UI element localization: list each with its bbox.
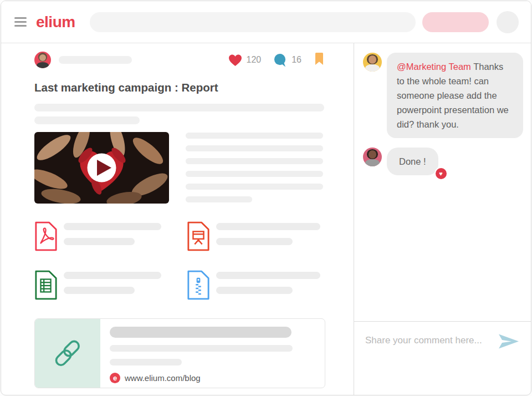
comment-bubble-icon: [273, 53, 287, 67]
commenter-avatar[interactable]: [363, 53, 382, 72]
link-url[interactable]: www.elium.com/blog: [125, 373, 201, 383]
media-row: [34, 132, 324, 204]
menu-icon[interactable]: [14, 17, 27, 27]
pdf-file-icon: [34, 221, 58, 252]
link-preview-card[interactable]: e www.elium.com/blog: [34, 318, 325, 388]
link-chain-icon: [52, 337, 84, 369]
zip-file-icon: [187, 270, 210, 301]
likes-count: 120: [247, 55, 262, 65]
elium-favicon: e: [110, 373, 120, 383]
elium-logo: elium: [36, 13, 75, 31]
comments-count: 16: [291, 55, 301, 65]
comments-list: @Marketing Team Thanks to the whole team…: [354, 43, 531, 321]
comment-bubble: @Marketing Team Thanks to the whole team…: [387, 53, 523, 138]
comment-item: Done ! ♥: [363, 148, 523, 175]
comment-bubble: Done ! ♥: [387, 148, 438, 175]
author-avatar[interactable]: [34, 52, 51, 68]
top-bar: elium: [1, 1, 531, 43]
media-text-placeholders: [186, 132, 323, 204]
primary-action-button[interactable]: [422, 12, 489, 32]
comments-sidebar: @Marketing Team Thanks to the whole team…: [354, 43, 531, 395]
comment-text: Thanks to the whole team! can someone pl…: [397, 62, 509, 129]
post-panel: 120 16 Last marketing campaign : Report: [1, 43, 354, 395]
heart-icon: [228, 54, 242, 67]
commenter-avatar[interactable]: [363, 148, 382, 166]
body-text-placeholder: [34, 116, 140, 124]
comments-stat[interactable]: 16: [273, 53, 301, 67]
post-title: Last marketing campaign : Report: [34, 81, 324, 94]
body-text-placeholder: [34, 104, 324, 111]
comment-item: @Marketing Team Thanks to the whole team…: [363, 53, 523, 138]
bookmark-icon: [315, 53, 324, 65]
search-bar[interactable]: [90, 12, 416, 32]
paper-plane-icon: [499, 334, 519, 349]
link-description-placeholder: [110, 345, 293, 352]
content-area: 120 16 Last marketing campaign : Report: [1, 43, 531, 395]
post-header: 120 16: [34, 52, 324, 68]
presentation-file-icon: [187, 221, 210, 252]
attachment-pdf[interactable]: [34, 221, 187, 252]
mention-link[interactable]: @Marketing Team: [397, 62, 471, 72]
attachment-spreadsheet[interactable]: [34, 270, 187, 301]
video-thumbnail[interactable]: [34, 132, 169, 204]
attachment-presentation[interactable]: [187, 221, 320, 252]
app-window: elium 120: [1, 1, 531, 395]
likes-stat[interactable]: 120: [228, 54, 262, 67]
attachments: [34, 221, 324, 301]
send-button[interactable]: [499, 334, 519, 351]
bookmark-button[interactable]: [315, 53, 324, 68]
comment-input[interactable]: [365, 335, 493, 346]
user-avatar[interactable]: [497, 11, 519, 33]
heart-reaction-badge[interactable]: ♥: [434, 167, 448, 180]
comment-text: Done !: [399, 156, 426, 166]
attachment-archive[interactable]: [187, 270, 320, 301]
spreadsheet-file-icon: [34, 270, 58, 301]
author-name-placeholder: [59, 56, 132, 64]
link-title-placeholder: [110, 327, 291, 338]
link-description-placeholder: [110, 359, 182, 365]
comment-composer: [354, 321, 531, 395]
